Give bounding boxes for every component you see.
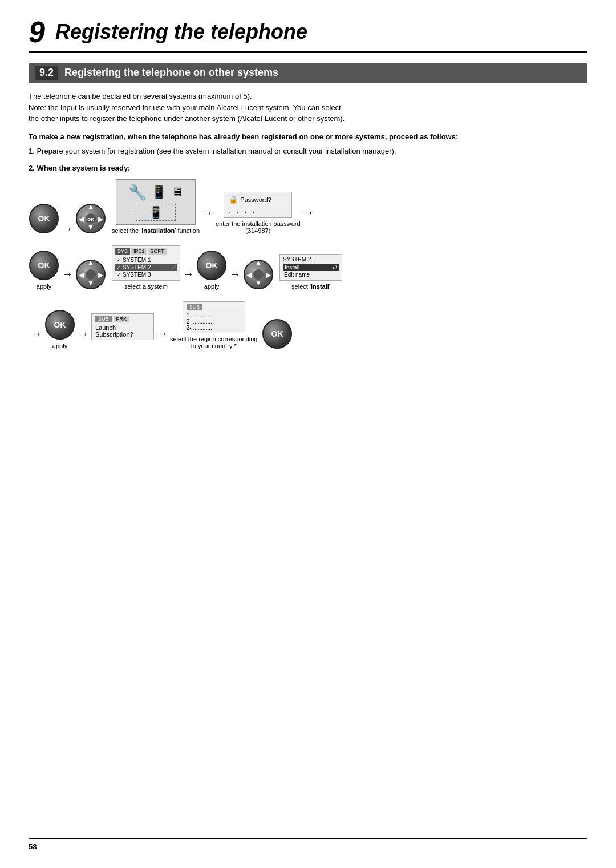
sub-tab-sub: SUB — [95, 316, 112, 322]
diagram: OK → ▲ ▼ ◀ ▶ OK — [29, 179, 587, 349]
arrow-9: → — [154, 328, 170, 339]
intro-line2: Note: the input is usually reserved for … — [29, 103, 341, 112]
region-item-2: 2- ............ — [187, 318, 241, 325]
intro-line3: the other inputs to register the telepho… — [29, 114, 345, 123]
install-system-title: SYSTEM 2 — [283, 256, 311, 263]
page-header: 9 Registering the telephone — [29, 17, 587, 53]
sub-tab-prk: PRK — [114, 316, 130, 322]
enter-password-label: enter the installation password(314987) — [216, 220, 301, 234]
tab-sys: SYS — [115, 248, 130, 255]
password-label: Password? — [240, 196, 271, 203]
edit-name-option: Edit name — [283, 271, 339, 278]
svg-text:OK: OK — [271, 329, 283, 338]
sys-item-3: ✓ SYSTEM 3 — [115, 271, 177, 278]
step1: 1. Prepare your system for registration … — [29, 147, 396, 155]
diagram-row1: OK → ▲ ▼ ◀ ▶ OK — [29, 179, 587, 234]
select-install-label: select 'install' — [291, 283, 330, 290]
intro-text: The telephone can be declared on several… — [29, 91, 587, 124]
arrow-5: → — [180, 268, 196, 280]
sys-item-1: ✓ SYSTEM 1 — [115, 256, 177, 264]
svg-text:OK: OK — [38, 261, 50, 270]
region-tab: SUB — [187, 304, 203, 310]
svg-text:OK: OK — [87, 217, 94, 222]
tools-icon: 🔧 — [128, 184, 147, 201]
svg-text:◀: ◀ — [79, 215, 84, 223]
intro-line1: The telephone can be declared on several… — [29, 92, 252, 100]
svg-text:▶: ▶ — [266, 271, 271, 279]
apply-label-1: apply — [37, 283, 51, 290]
desktop-icon: 🖥 — [171, 185, 184, 200]
svg-text:▼: ▼ — [87, 279, 94, 287]
system-screen-box: SYS IPE1 SOFT ✓ SYSTEM 1 ✓ SYSTEM 2 ⇄ ✓ … — [112, 245, 180, 281]
device-icon2: 📱 — [149, 205, 163, 219]
install-screen-box: SYSTEM 2 Install ⇄ Edit name — [279, 254, 342, 281]
region-label: select the region correspondingto your c… — [170, 336, 257, 349]
sys-item-2: ✓ SYSTEM 2 ⇄ — [115, 264, 177, 271]
svg-text:▲: ▲ — [87, 259, 94, 267]
chapter-number: 9 — [29, 17, 45, 47]
diagram-row2: OK apply → ▲ ▼ ◀ ▶ — [29, 245, 587, 290]
phone-icon: 📱 — [151, 185, 167, 200]
arrow-4: → — [59, 268, 75, 280]
apply-label-3: apply — [52, 342, 67, 349]
install-option: Install ⇄ — [283, 264, 339, 271]
arrow-6: → — [227, 268, 243, 280]
region-screen-box: SUB 1- ............ 2- ............ 2- .… — [183, 301, 245, 333]
step2-text: 2. When the system is ready: — [29, 163, 587, 174]
sub-screen: SUB PRK Launch Subscription? — [91, 313, 154, 349]
sub-screen-box: SUB PRK Launch Subscription? — [91, 313, 154, 340]
svg-text:OK: OK — [206, 261, 218, 270]
svg-text:▶: ▶ — [98, 215, 104, 223]
ok-btn-apply-1: OK apply — [29, 250, 59, 290]
install-screen: SYSTEM 2 Install ⇄ Edit name select 'ins… — [279, 254, 342, 290]
svg-text:▼: ▼ — [87, 223, 94, 231]
arrow-1: → — [59, 223, 75, 234]
svg-point-16 — [86, 269, 96, 280]
svg-text:▶: ▶ — [98, 271, 104, 279]
chapter-title: Registering the telephone — [55, 20, 307, 44]
ok-btn-apply-2: OK apply — [196, 250, 227, 290]
region-screen: SUB 1- ............ 2- ............ 2- .… — [170, 301, 257, 349]
step2: 2. When the system is ready: — [29, 164, 130, 172]
subscription-text: Subscription? — [95, 331, 150, 338]
region-item-3: 2- ............ — [187, 325, 241, 331]
launch-text: Launch — [95, 324, 150, 331]
tab-soft: SOFT — [148, 248, 167, 255]
svg-text:OK: OK — [54, 320, 66, 329]
system-screen: SYS IPE1 SOFT ✓ SYSTEM 1 ✓ SYSTEM 2 ⇄ ✓ … — [112, 245, 180, 290]
arrow-7: → — [29, 328, 44, 339]
ok-btn-apply-3: OK apply — [44, 309, 75, 349]
svg-text:◀: ◀ — [246, 271, 252, 279]
password-value: (314987) — [245, 227, 270, 234]
ok-btn-final: OK — [262, 318, 293, 349]
page-footer: 58 — [29, 838, 587, 851]
nav-btn-3: ▲ ▼ ◀ ▶ — [243, 259, 274, 290]
svg-text:▲: ▲ — [87, 203, 94, 211]
svg-text:▲: ▲ — [255, 259, 262, 267]
apply-label-2: apply — [204, 283, 219, 290]
password-screen-box: 🔒 Password? . . . . — [224, 192, 292, 218]
nav-btn-2: ▲ ▼ ◀ ▶ — [75, 259, 106, 290]
arrow-2: → — [200, 207, 216, 218]
section-title: Registering the telephone on other syste… — [64, 67, 278, 79]
svg-point-24 — [253, 269, 264, 280]
section-number: 9.2 — [35, 66, 58, 80]
password-screen: 🔒 Password? . . . . enter the installati… — [216, 192, 301, 234]
page-number: 58 — [29, 842, 37, 851]
ok-btn-1: OK — [29, 203, 59, 234]
select-installation-label: select the 'installation' function — [112, 227, 200, 234]
arrow-3: → — [301, 207, 317, 218]
step1-text: 1. Prepare your system for registration … — [29, 146, 587, 157]
section-header: 9.2 Registering the telephone on other s… — [29, 63, 587, 83]
region-item-1: 1- ............ — [187, 312, 241, 318]
svg-text:◀: ◀ — [79, 271, 84, 279]
arrow-8: → — [75, 328, 91, 339]
bold-instruction: To make a new registration, when the tel… — [29, 131, 587, 143]
diagram-row3: → OK apply → SUB PRK — [29, 301, 587, 349]
svg-text:OK: OK — [38, 214, 50, 223]
svg-text:▼: ▼ — [255, 279, 262, 287]
device-screen-box: 🔧 📱 🖥 📱 select the 'installation' functi… — [112, 179, 200, 234]
sub-screen-label — [121, 342, 123, 349]
nav-btn-1: ▲ ▼ ◀ ▶ OK — [75, 203, 106, 234]
tab-ipe1: IPE1 — [131, 248, 147, 255]
